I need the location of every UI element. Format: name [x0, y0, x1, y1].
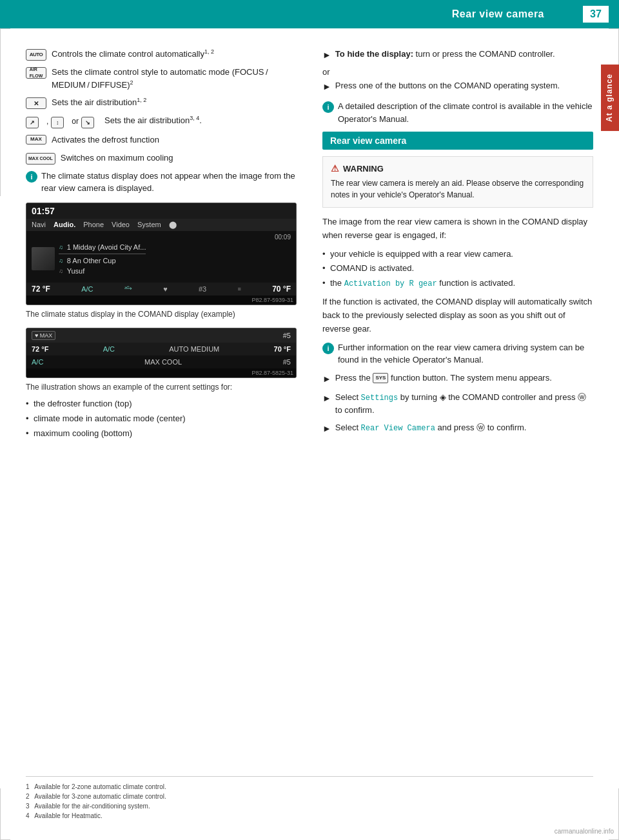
info-note: i The climate status display does not ap…	[26, 170, 297, 195]
footnote-3: 3 Available for the air-conditioning sys…	[26, 801, 593, 811]
nav-system: System	[137, 221, 161, 229]
item-text: Switches on maximum cooling	[61, 152, 173, 165]
nav-video: Video	[112, 221, 130, 229]
warning-text: The rear view camera is merely an aid. P…	[331, 177, 585, 201]
nav-icon: ⬤	[169, 221, 177, 229]
progress-bar	[59, 254, 146, 254]
step-2-text: Select Settings by turning ◈ the COMAND …	[335, 391, 593, 417]
step-1: ► Press the SYS function button. The sys…	[322, 372, 593, 386]
step-arrow-1: ►	[322, 372, 331, 386]
bullet-item-1: the defroster function (top)	[26, 397, 297, 411]
nav-phone: Phone	[83, 221, 104, 229]
info-note-2: i Further information on the rear view c…	[322, 341, 593, 366]
info-text-right: A detailed description of the climate co…	[338, 100, 593, 125]
air-dist-icon-b: ↕	[51, 117, 64, 128]
air-dist-icon: ✕	[26, 97, 46, 109]
body-paragraph-1: The image from the rear view camera is s…	[322, 215, 593, 243]
auto-icon: AUTO	[26, 49, 46, 61]
d2-mode: AUTO MEDIUM	[169, 345, 219, 353]
footnote-4: 4 Available for Heatmatic.	[26, 811, 593, 821]
step-2: ► Select Settings by turning ◈ the COMAN…	[322, 391, 593, 417]
bullet-list-right: your vehicle is equipped with a rear vie…	[322, 248, 593, 291]
climate-display-2: ♥ MAX #5 72 °F A/C AUTO MEDIUM 70 °F A/C…	[26, 328, 297, 378]
activation-code: Activation by R gear	[344, 279, 437, 288]
body-paragraph-2: If the function is activated, the COMAND…	[322, 295, 593, 335]
air-dist-icon-a: ↗	[26, 117, 39, 128]
bullet-item-2: climate mode in automatic mode (center)	[26, 412, 297, 426]
to-hide-bold: To hide the display:	[335, 49, 413, 59]
climate-display-1: 01:57 Navi Audio. Phone Video System ⬤ 0…	[26, 203, 297, 305]
bullet-item-r3: the Activation by R gear function is act…	[322, 277, 593, 290]
chapter-tab: At a glance	[601, 65, 619, 131]
left-border-bottom	[0, 788, 10, 840]
list-item: AIRFLOW Sets the climate control style t…	[26, 66, 297, 91]
item-text: Sets the climate control style to automa…	[52, 66, 297, 91]
section-header: Rear view camera	[322, 132, 593, 150]
list-item-2: ♫ 8 An Other Cup	[59, 255, 146, 266]
arrow-icon-2: ►	[322, 80, 331, 94]
display2-row-1: ♥ MAX #5	[26, 328, 296, 343]
main-content: AUTO Controls the climate control automa…	[0, 28, 619, 452]
bullet-item-r1: your vehicle is equipped with a rear vie…	[322, 248, 593, 261]
warning-icon: ⚠	[331, 163, 339, 174]
press-buttons-item: ► Press one of the buttons on the COMAND…	[322, 79, 593, 94]
to-hide-text: To hide the display: turn or press the C…	[335, 48, 555, 61]
caption-2: The illustration shows an example of the…	[26, 382, 297, 393]
list-item: MAX Activates the defrost function	[26, 134, 297, 146]
display-time: 01:57	[32, 206, 55, 216]
d2-temp-right: 70 °F	[274, 345, 291, 353]
display2-row-2: 72 °F A/C AUTO MEDIUM 70 °F	[26, 343, 296, 355]
or-text: or	[322, 67, 593, 77]
list-item-1: ♫ 1 Midday (Avoid City Af...	[59, 242, 146, 252]
watermark: carmanualonline.info	[555, 828, 614, 835]
sys-button-icon: SYS	[373, 373, 388, 383]
page-title: Rear view camera	[0, 8, 583, 20]
air-dist-icon-c: ↘	[81, 117, 94, 128]
list-item-3: ♫ Yusuf	[59, 266, 146, 276]
step-3-text: Select Rear View Camera and press ⓦ to c…	[335, 421, 527, 434]
list-item: ✕ Sets the air distribution1, 2	[26, 96, 297, 109]
footnote-1: 1 Available for 2-zone automatic climate…	[26, 782, 593, 792]
d2-ac2: A/C	[32, 358, 43, 366]
footnote-2: 2 Available for 3-zone automatic climate…	[26, 792, 593, 801]
item-text: Sets the air distribution1, 2	[52, 96, 146, 109]
nav-navi: Navi	[32, 221, 46, 229]
right-column: ► To hide the display: turn or press the…	[310, 41, 619, 452]
step-3: ► Select Rear View Camera and press ⓦ to…	[322, 421, 593, 435]
display-top-bar: 01:57	[26, 203, 296, 219]
caption-1: The climate status display in the COMAND…	[26, 309, 297, 320]
warning-label: WARNING	[343, 164, 384, 174]
info-icon: i	[26, 171, 37, 183]
max-cool-icon: MAX COOL	[26, 153, 55, 165]
airflow-icon: AIRFLOW	[26, 67, 46, 79]
display-content-area: 00:09 ♫ 1 Midday (Avoid City Af... ♫ 8 A…	[26, 231, 296, 283]
to-hide-item: ► To hide the display: turn or press the…	[322, 48, 593, 62]
display-list-row-1: ♫ 1 Midday (Avoid City Af... ♫ 8 An Othe…	[32, 242, 291, 276]
nav-audio: Audio.	[54, 221, 75, 229]
warning-box: ⚠ WARNING The rear view camera is merely…	[322, 156, 593, 208]
thumbnail	[32, 247, 55, 270]
display-ref-2: P82.87-5825-31	[26, 368, 296, 377]
item-text: Controls the climate control automatical…	[52, 48, 214, 61]
bullet-list: the defroster function (top) climate mod…	[26, 397, 297, 440]
rear-view-code: Rear View Camera	[361, 424, 435, 433]
fan-icon: ⭇	[124, 285, 132, 294]
defrost-text: Activates the defrost function	[52, 134, 159, 146]
list-item: MAX COOL Switches on maximum cooling	[26, 152, 297, 165]
item-text: Sets the air distribution3, 4.	[104, 114, 202, 127]
info-note-right: i A detailed description of the climate …	[322, 100, 593, 125]
press-buttons-text: Press one of the buttons on the COMAND o…	[335, 79, 560, 92]
page-number: 37	[583, 6, 609, 23]
list-item: ↗ , ↕ or ↘ Sets the air distribution3, 4…	[26, 114, 297, 128]
left-column: AUTO Controls the climate control automa…	[0, 41, 310, 452]
d2-temp-left: 72 °F	[32, 345, 48, 353]
info-text-2: Further information on the rear view cam…	[338, 341, 593, 366]
zone-num: #3	[199, 285, 206, 293]
left-border-top	[0, 28, 10, 196]
info-text: The climate status display does not appe…	[41, 170, 297, 195]
temp-right: 70 °F	[272, 285, 291, 294]
footnotes-area: 1 Available for 2-zone automatic climate…	[26, 776, 593, 821]
d2-icon-max: ♥ MAX	[32, 331, 55, 340]
ac-label: A/C	[81, 285, 93, 293]
d2-zone: #5	[283, 332, 291, 339]
